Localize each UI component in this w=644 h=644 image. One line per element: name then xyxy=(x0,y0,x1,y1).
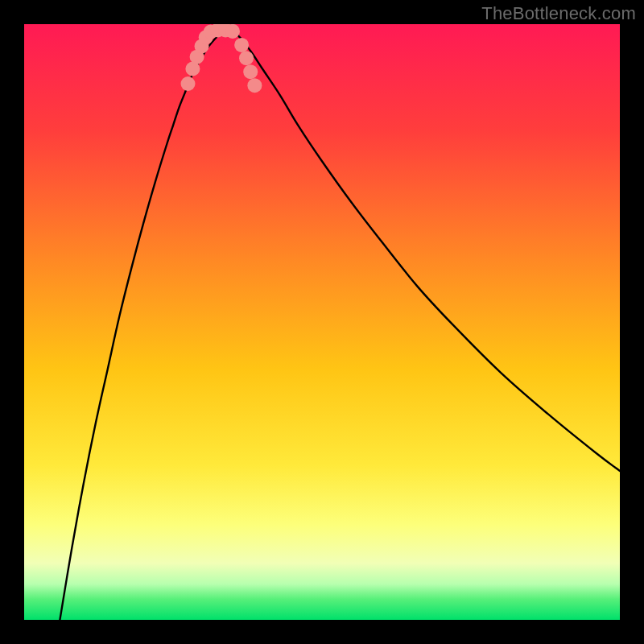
svg-rect-0 xyxy=(24,24,620,620)
marker-dot xyxy=(234,38,249,52)
marker-dot xyxy=(181,76,196,91)
chart-frame: TheBottleneck.com xyxy=(0,0,644,644)
marker-dot xyxy=(247,78,262,93)
marker-dot xyxy=(243,64,258,79)
plot-area xyxy=(24,24,620,620)
watermark-text: TheBottleneck.com xyxy=(481,3,636,24)
chart-svg xyxy=(24,24,620,620)
marker-dot xyxy=(239,51,254,65)
marker-dot xyxy=(225,24,240,39)
